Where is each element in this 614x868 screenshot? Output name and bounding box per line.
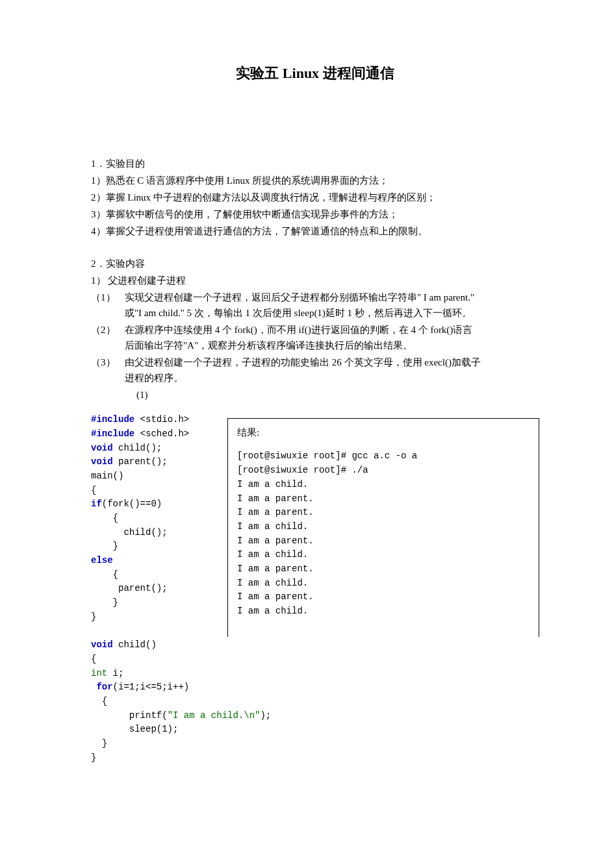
code-block: #include <stdio.h> #include <sched.h> vo…	[91, 413, 227, 708]
code-type: int	[91, 668, 107, 678]
result-line: I am a child.	[237, 478, 530, 492]
code-text: {	[91, 696, 107, 706]
code-text: }	[91, 612, 96, 622]
code-text: <sched.h>	[134, 428, 189, 439]
sec2-subheading: 1） 父进程创建子进程	[91, 273, 539, 288]
task-line: 进程的程序。	[125, 370, 539, 386]
code-text: {	[91, 569, 118, 580]
result-line: I am a parent.	[237, 534, 530, 549]
result-line: I am a child.	[237, 604, 530, 619]
code-string: "I am a child.\n"	[168, 710, 261, 721]
code-text: {	[91, 654, 96, 664]
code-keyword: void	[91, 639, 113, 650]
code-keyword: else	[91, 555, 113, 565]
code-text: {	[91, 513, 118, 523]
page-title: 实验五 Linux 进程间通信	[91, 62, 539, 84]
code-text: }	[91, 597, 118, 608]
task-list: （1） 实现父进程创建一个子进程，返回后父子进程都分别循环输出字符串" I am…	[91, 290, 539, 386]
code-text: }	[91, 752, 96, 763]
result-line: I am a parent.	[237, 506, 530, 520]
code-text: printf(	[91, 710, 168, 721]
code-text: );	[260, 710, 271, 721]
code-text: (fork()==0)	[102, 499, 162, 509]
task-text: 由父进程创建一个子进程，子进程的功能史输出 26 个英文字母，使用 execl(…	[125, 354, 539, 386]
code-result-row: #include <stdio.h> #include <sched.h> vo…	[91, 413, 539, 708]
result-box: 结果: [root@siwuxie root]# gcc a.c -o a [r…	[227, 418, 539, 637]
code-block-continued: printf("I am a child.\n"); sleep(1); } }	[91, 709, 539, 765]
result-line: I am a parent.	[237, 492, 530, 506]
task-line: 或"I am child." 5 次，每输出 1 次后使用 sleep(1)延时…	[125, 305, 539, 321]
task-num: （3）	[91, 354, 125, 386]
code-text: parent();	[113, 456, 168, 467]
section-2-heading: 2．实验内容	[91, 256, 539, 271]
result-line: I am a parent.	[237, 590, 530, 604]
sec1-item-1: 1）熟悉在 C 语言源程序中使用 Linux 所提供的系统调用界面的方法；	[91, 173, 539, 188]
section-1-heading: 1．实验目的	[91, 156, 539, 171]
result-line: I am a child.	[237, 548, 530, 562]
result-line: I am a child.	[237, 577, 530, 591]
result-line: [root@siwuxie root]# ./a	[237, 464, 530, 478]
code-keyword: for	[91, 682, 113, 692]
code-keyword: #include	[91, 428, 134, 439]
task-row-2: （2） 在源程序中连续使用 4 个 fork()，而不用 if()进行返回值的判…	[91, 322, 539, 353]
task-line: 在源程序中连续使用 4 个 fork()，而不用 if()进行返回值的判断，在 …	[125, 322, 539, 338]
code-keyword: if	[91, 499, 102, 509]
task-num: （2）	[91, 322, 125, 353]
task-line: 实现父进程创建一个子进程，返回后父子进程都分别循环输出字符串" I am par…	[125, 290, 539, 305]
task-num: （1）	[91, 290, 125, 321]
task-line: 由父进程创建一个子进程，子进程的功能史输出 26 个英文字母，使用 execl(…	[125, 354, 539, 370]
code-keyword: void	[91, 443, 113, 453]
task-line: 后面输出字符"A"，观察并分析该程序编译连接执行后的输出结果。	[125, 338, 539, 353]
task-row-1: （1） 实现父进程创建一个子进程，返回后父子进程都分别循环输出字符串" I am…	[91, 290, 539, 321]
code-text: child();	[91, 527, 168, 538]
result-line: I am a child.	[237, 520, 530, 534]
code-text: }	[91, 541, 118, 551]
sec1-item-4: 4）掌握父子进程使用管道进行通信的方法，了解管道通信的特点和上的限制。	[91, 223, 539, 239]
code-keyword: void	[91, 456, 113, 467]
code-text: parent();	[91, 583, 168, 593]
result-label: 结果:	[237, 425, 530, 440]
task-text: 在源程序中连续使用 4 个 fork()，而不用 if()进行返回值的判断，在 …	[125, 322, 539, 353]
sec1-item-2: 2）掌握 Linux 中子进程的创建方法以及调度执行情况，理解进程与程序的区别；	[91, 190, 539, 205]
code-text: main()	[91, 471, 123, 481]
code-text: <stdio.h>	[134, 414, 189, 425]
code-text: sleep(1);	[91, 724, 178, 734]
code-text: child();	[113, 443, 162, 453]
code-text: }	[91, 738, 107, 749]
task-text: 实现父进程创建一个子进程，返回后父子进程都分别循环输出字符串" I am par…	[125, 290, 539, 321]
code-text: i;	[107, 668, 123, 678]
subtask-label: (1)	[91, 387, 539, 403]
result-line: I am a parent.	[237, 562, 530, 577]
code-text: child()	[113, 639, 157, 650]
sec1-item-3: 3）掌握软中断信号的使用，了解使用软中断通信实现异步事件的方法；	[91, 206, 539, 222]
code-keyword: #include	[91, 414, 134, 425]
task-row-3: （3） 由父进程创建一个子进程，子进程的功能史输出 26 个英文字母，使用 ex…	[91, 354, 539, 386]
result-line: [root@siwuxie root]# gcc a.c -o a	[237, 449, 530, 464]
code-text: {	[91, 485, 96, 495]
code-text: (i=1;i<=5;i++)	[113, 682, 190, 692]
